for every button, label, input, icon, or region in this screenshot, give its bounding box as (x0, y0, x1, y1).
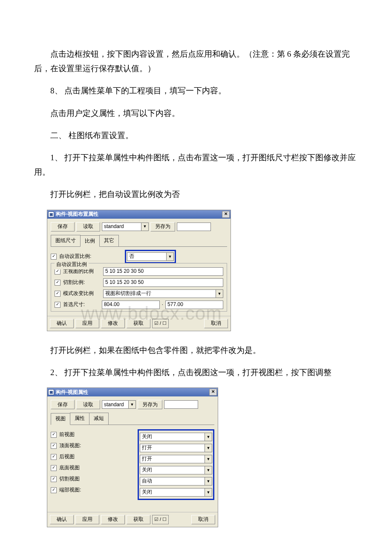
chevron-down-icon[interactable]: ▼ (205, 433, 212, 441)
preset-value: standard (102, 401, 128, 408)
tab-bar: 视图 属性 减短 (51, 413, 214, 425)
cancel-button[interactable]: 取消 (191, 515, 215, 524)
mode-scale-value: 视图和切割排成一行 (104, 290, 216, 298)
paragraph: 点击边框按钮，按下图内容设置，然后点应用和确认。（注意：第 6 条必须在设置完后… (34, 47, 358, 76)
cut-scale-label: 切割比例: (63, 278, 103, 287)
titlebar[interactable]: ▣ 构件-视图属性 ✕ (47, 388, 218, 396)
view-combo-value: 自动 (140, 477, 205, 485)
save-as-name-input[interactable] (164, 400, 198, 409)
get-button[interactable]: 获取 (127, 319, 150, 328)
chevron-down-icon[interactable]: ▼ (205, 466, 212, 474)
checkbox[interactable]: ✓ (51, 432, 57, 438)
modify-button[interactable]: 修改 (101, 515, 125, 524)
tab-scale[interactable]: 比例 (80, 235, 100, 247)
checkbox[interactable]: ✓ (51, 465, 57, 471)
checkbox[interactable]: ✓ (55, 280, 61, 286)
modify-button[interactable]: 修改 (101, 319, 125, 328)
save-button[interactable]: 保存 (51, 222, 75, 231)
view-row-label: 端部视图: (59, 486, 81, 495)
chevron-down-icon[interactable]: ▼ (205, 444, 212, 452)
save-as-button[interactable]: 另存为 (150, 222, 175, 231)
save-as-button[interactable]: 另存为 (138, 400, 162, 409)
checkbox[interactable]: ✓ (51, 487, 57, 493)
dialog-footer: 确认 应用 修改 获取 ☑ / ☐ 取消 (47, 316, 231, 331)
ok-button[interactable]: 确认 (50, 319, 74, 328)
view-properties-dialog: ▣ 构件-视图属性 ✕ 保存 读取 standard ▼ 另存为 视图 属性 减… (47, 387, 218, 527)
apply-button[interactable]: 应用 (75, 515, 99, 524)
tab-shorten[interactable]: 减短 (89, 413, 109, 425)
checkbox[interactable]: ✓ (51, 454, 57, 460)
dialog-footer: 确认 应用 修改 获取 ☑ / ☐ 取消 (47, 512, 218, 527)
main-scale-input[interactable]: 5 10 15 20 30 50 (103, 267, 223, 276)
toggle-check-all[interactable]: ☑ / ☐ (152, 319, 169, 328)
app-icon: ▣ (48, 389, 54, 395)
save-button[interactable]: 保存 (51, 400, 75, 409)
cancel-button[interactable]: 取消 (204, 319, 228, 328)
view-combo[interactable]: 打开▼ (140, 444, 212, 452)
view-combo[interactable]: 关闭▼ (140, 466, 212, 474)
chevron-down-icon[interactable]: ▼ (141, 223, 148, 231)
preset-combo[interactable]: standard ▼ (102, 223, 149, 231)
view-combo-value: 关闭 (140, 489, 205, 496)
view-row-label: 切割视图 (59, 474, 80, 484)
load-button[interactable]: 读取 (76, 222, 100, 231)
view-combo[interactable]: 打开▼ (140, 455, 212, 463)
dialog-title: 构件-视图布置属性 (56, 210, 222, 219)
view-combo[interactable]: 关闭▼ (140, 488, 212, 497)
view-combo[interactable]: 自动▼ (140, 477, 212, 486)
checkbox[interactable]: ✓ (51, 254, 57, 260)
view-combo-value: 打开 (140, 455, 205, 463)
tab-bar: 图纸尺寸 比例 其它 (51, 235, 227, 247)
checkbox[interactable]: ✓ (51, 443, 57, 449)
apply-button[interactable]: 应用 (75, 319, 99, 328)
save-as-name-input[interactable] (177, 223, 211, 231)
tab-attr[interactable]: 属性 (70, 413, 89, 425)
close-icon[interactable]: ✕ (209, 389, 217, 396)
mode-scale-combo[interactable]: 视图和切割排成一行 ▼ (103, 289, 223, 298)
checkbox[interactable]: ✓ (55, 291, 61, 297)
chevron-down-icon[interactable]: ▼ (205, 489, 212, 496)
size-sep: · (160, 300, 166, 309)
preset-combo[interactable]: standard ▼ (102, 400, 136, 409)
chevron-down-icon[interactable]: ▼ (205, 455, 212, 463)
view-row-label: 前视图 (59, 430, 75, 439)
layout-properties-dialog: ▣ 构件-视图布置属性 ✕ 保存 读取 standard ▼ 另存为 图纸尺寸 … (47, 210, 231, 332)
close-icon[interactable]: ✕ (222, 211, 230, 218)
view-combo[interactable]: 关闭▼ (140, 433, 212, 441)
checkbox[interactable]: ✓ (55, 302, 61, 308)
checkbox[interactable]: ✓ (55, 269, 61, 275)
highlight: 关闭▼ 打开▼ 打开▼ 关闭▼ 自动▼ 关闭▼ (138, 429, 214, 500)
view-row-label: 顶面视图: (59, 441, 81, 451)
preset-value: standard (102, 223, 141, 231)
view-combo-value: 关闭 (140, 466, 205, 474)
document-page: 点击边框按钮，按下图内容设置，然后点应用和确认。（注意：第 6 条必须在设置完后… (0, 0, 392, 555)
auto-scale-group: 自动设置比例 ✓ 主视图的比例 5 10 15 20 30 50 ✓ 切割比例:… (51, 263, 227, 312)
checkbox[interactable]: ✓ (51, 476, 57, 482)
pref-size-w-input[interactable]: 804.00 (102, 301, 160, 309)
chevron-down-icon[interactable]: ▼ (128, 401, 135, 408)
toggle-check-all[interactable]: ☑ / ☐ (152, 515, 169, 524)
chevron-down-icon[interactable]: ▼ (166, 253, 173, 260)
dialog-title: 构件-视图属性 (56, 388, 209, 397)
paragraph: 2、 打开下拉菜单属性中构件图纸，点击视图这一项，打开视图栏，按下图调整 (34, 365, 358, 380)
auto-scale-combo[interactable]: 否 ▼ (127, 252, 174, 261)
chevron-down-icon[interactable]: ▼ (216, 290, 223, 298)
view-combo-value: 打开 (140, 444, 205, 452)
view-row-label: 底面视图 (59, 463, 80, 473)
pref-size-h-input[interactable]: 577.00 (165, 301, 223, 309)
tab-drawing-size[interactable]: 图纸尺寸 (51, 235, 81, 247)
titlebar[interactable]: ▣ 构件-视图布置属性 ✕ (47, 210, 231, 219)
cut-scale-input[interactable]: 5 10 15 20 30 50 (103, 278, 223, 287)
chevron-down-icon[interactable]: ▼ (205, 477, 212, 485)
paragraph: 二、 柱图纸布置设置。 (34, 128, 358, 143)
tab-view[interactable]: 视图 (51, 413, 70, 425)
paragraph: 打开比例栏，如果在图纸中包含零件图，就把零件改为是。 (34, 343, 358, 358)
paragraph: 8、 点击属性菜单下的工程项目，填写一下内容。 (34, 84, 358, 98)
ok-button[interactable]: 确认 (50, 515, 74, 524)
load-button[interactable]: 读取 (76, 400, 100, 409)
get-button[interactable]: 获取 (127, 515, 150, 524)
group-legend: 自动设置比例 (55, 260, 89, 269)
auto-scale-value: 否 (127, 253, 166, 260)
paragraph: 打开比例栏，把自动设置比例改为否 (34, 187, 358, 202)
tab-other[interactable]: 其它 (99, 235, 119, 247)
